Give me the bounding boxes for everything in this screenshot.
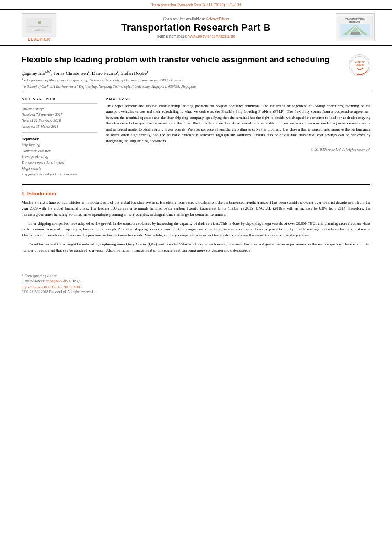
article-info-divider — [22, 103, 97, 104]
author-1-sup: a,b,* — [45, 70, 51, 73]
affiliation-2: b b School of Civil and Environmental En… — [22, 83, 370, 89]
intro-paragraph-2: Liner shipping companies have adapted to… — [22, 221, 370, 239]
article-info-label: ARTICLE INFO — [22, 97, 97, 101]
sciencedirect-link[interactable]: ScienceDirect — [206, 17, 229, 21]
homepage-link[interactable]: www.elsevier.com/locate/trb — [188, 34, 236, 38]
keyword-6: Shipping lines and port collaboration — [22, 172, 97, 178]
author-4: Stefan Ropke — [121, 70, 147, 75]
top-bar: Transportation Research Part B 111 (2018… — [0, 0, 392, 9]
section-divider — [22, 184, 370, 185]
affiliations: a a Department of Management Engineering… — [22, 77, 370, 89]
keyword-3: Stowage planning — [22, 154, 97, 160]
journal-citation: Transportation Research Part B 111 (2018… — [151, 3, 241, 7]
keywords-list: Ship loading Container terminals Stowage… — [22, 142, 97, 178]
keywords-label: Keywords: — [22, 137, 97, 141]
author-2-sup: a — [88, 70, 90, 73]
article-info-column: ARTICLE INFO Article history: Received 7… — [22, 97, 97, 178]
homepage-text: journal homepage: — [157, 34, 188, 38]
email-label: E-mail address: — [22, 279, 45, 283]
elsevier-logo-image: 🌿 ELSEVIER — [22, 13, 56, 37]
author-3: Dario Pacino — [92, 70, 117, 75]
svg-text:updates: updates — [355, 64, 363, 66]
contents-available-line: Contents lists available at ScienceDirec… — [61, 17, 331, 21]
journal-header-center: Contents lists available at ScienceDirec… — [61, 17, 331, 38]
author-3-sup: a — [117, 70, 118, 73]
author-1: Çağatay Iris — [22, 70, 45, 75]
article-history: Article history: Received 7 September 20… — [22, 106, 97, 130]
corresponding-author-note: * Corresponding author. — [22, 274, 370, 278]
abstract-text: This paper presents the flexible contain… — [106, 103, 370, 144]
keyword-1: Ship loading — [22, 142, 97, 148]
email-line: E-mail address: cagai@dtu.dk (Ç. Iris). — [22, 279, 370, 283]
section-number: 1. — [22, 191, 26, 196]
contents-text: Contents lists available at — [163, 17, 205, 21]
journal-header-right: TRANSPORTATION RESEARCH — [331, 13, 375, 41]
keyword-2: Container terminals — [22, 148, 97, 154]
elsevier-brand-text: ELSEVIER — [28, 37, 51, 41]
intro-section-title: 1. Introduction — [22, 191, 370, 196]
elsevier-logo: 🌿 ELSEVIER ELSEVIER — [17, 13, 61, 41]
intro-paragraph-1: Maritime freight transport constitutes a… — [22, 200, 370, 218]
footer: * Corresponding author. E-mail address: … — [0, 270, 392, 298]
intro-paragraph-3: Vessel turnaround times might be reduced… — [22, 242, 370, 254]
homepage-line: journal homepage: www.elsevier.com/locat… — [61, 34, 331, 38]
introduction-section: 1. Introduction Maritime freight transpo… — [22, 191, 370, 254]
keyword-5: Mega vessels — [22, 166, 97, 172]
abstract-column: ABSTRACT This paper presents the flexibl… — [106, 97, 370, 178]
elsevier-logo-area: 🌿 ELSEVIER ELSEVIER — [17, 13, 61, 41]
section-title-text: Introduction — [27, 191, 56, 196]
email-link[interactable]: cagai@dtu.dk — [46, 279, 67, 283]
affiliation-1: a a Department of Management Engineering… — [22, 77, 370, 83]
header-divider — [22, 93, 370, 93]
check-updates-badge[interactable]: Check for updates — [349, 54, 370, 76]
article-title: Flexible ship loading problem with trans… — [22, 54, 370, 65]
history-keywords-divider — [22, 132, 97, 133]
svg-rect-11 — [351, 32, 360, 35]
revised-date: Revised 21 February 2018 — [22, 118, 97, 124]
author-2: Jonas Christensen — [54, 70, 88, 75]
copyright-line: © 2018 Elsevier Ltd. All rights reserved… — [106, 147, 370, 152]
rights-text: 0191-2615/© 2018 Elsevier Ltd. All right… — [22, 290, 370, 294]
accepted-date: Accepted 15 March 2018 — [22, 124, 97, 130]
journal-header: 🌿 ELSEVIER ELSEVIER Contents lists avail… — [0, 9, 392, 46]
received-date: Received 7 September 2017 — [22, 112, 97, 118]
author-4-sup: a — [147, 70, 148, 73]
email-suffix: (Ç. Iris). — [67, 279, 80, 283]
svg-text:RESEARCH: RESEARCH — [349, 21, 361, 23]
article-body-columns: ARTICLE INFO Article history: Received 7… — [22, 97, 370, 178]
journal-logo-image: TRANSPORTATION RESEARCH — [336, 13, 375, 41]
page: Transportation Research Part B 111 (2018… — [0, 0, 392, 535]
main-content: Check for updates Flexible ship loading … — [0, 46, 392, 265]
keyword-4: Transport operations in yard — [22, 160, 97, 166]
svg-text:Check for: Check for — [354, 61, 364, 63]
doi-link[interactable]: https://doi.org/10.1016/j.trb.2018.03.00… — [22, 285, 370, 289]
svg-text:TRANSPORTATION: TRANSPORTATION — [345, 18, 365, 20]
history-label: Article history: — [22, 106, 97, 112]
authors-line: Çağatay Irisa,b,*, Jonas Christensena, D… — [22, 70, 370, 76]
abstract-label: ABSTRACT — [106, 97, 370, 101]
journal-title: Transportation Research Part B — [61, 22, 331, 33]
svg-text:🌿: 🌿 — [38, 21, 41, 24]
svg-text:ELSEVIER: ELSEVIER — [34, 29, 45, 31]
keywords-section: Keywords: Ship loading Container termina… — [22, 137, 97, 178]
